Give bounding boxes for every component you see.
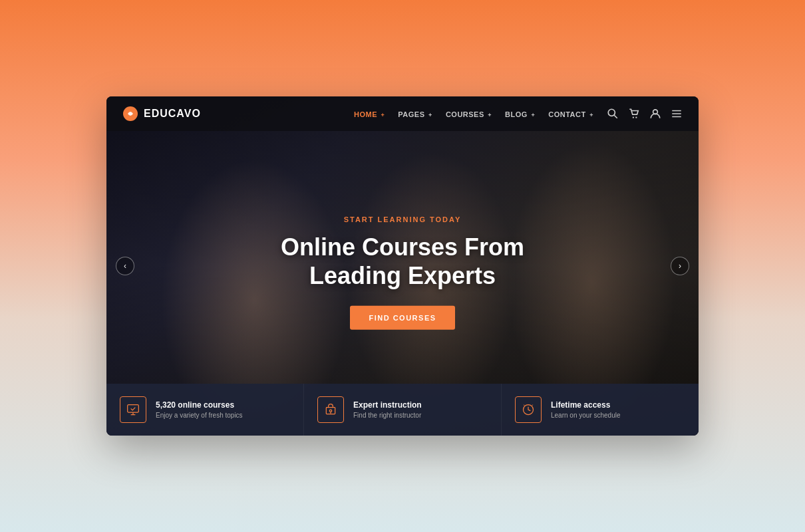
clock-icon xyxy=(515,396,542,423)
svg-rect-9 xyxy=(128,405,139,413)
nav-icons xyxy=(607,108,683,120)
search-icon[interactable] xyxy=(607,108,619,120)
nav-link-blog[interactable]: BLOG + xyxy=(505,110,535,118)
feature-desc-courses: Enjoy a variety of fresh topics xyxy=(156,412,243,419)
svg-point-4 xyxy=(635,117,637,118)
feature-text-access: Lifetime access Learn on your schedule xyxy=(551,400,621,419)
find-courses-button[interactable]: FIND COURSES xyxy=(350,306,454,330)
feature-bar-courses: 5,320 online courses Enjoy a variety of … xyxy=(106,384,304,436)
svg-point-1 xyxy=(608,109,615,116)
menu-icon[interactable] xyxy=(671,108,683,120)
hero-content: START LEARNING TODAY Online Courses From… xyxy=(106,215,699,330)
feature-desc-instruction: Find the right instructor xyxy=(353,412,422,419)
nav-item-home[interactable]: HOME + xyxy=(354,108,385,120)
feature-title-instruction: Expert instruction xyxy=(353,400,422,410)
navbar: EDUCAVO HOME + PAGES + COURSES + BLOG + … xyxy=(106,96,699,131)
feature-bar-instruction: Expert instruction Find the right instru… xyxy=(304,384,502,436)
user-icon[interactable] xyxy=(649,108,661,120)
carousel-arrow-right[interactable]: › xyxy=(671,257,689,275)
nav-item-pages[interactable]: PAGES + xyxy=(398,108,432,120)
feature-title-courses: 5,320 online courses xyxy=(156,400,243,410)
nav-item-courses[interactable]: COURSES + xyxy=(446,108,492,120)
logo[interactable]: EDUCAVO xyxy=(122,106,201,122)
nav-links: HOME + PAGES + COURSES + BLOG + CONTACT … xyxy=(354,108,593,120)
feature-bar-access: Lifetime access Learn on your schedule xyxy=(502,384,699,436)
browser-window: EDUCAVO HOME + PAGES + COURSES + BLOG + … xyxy=(106,96,699,436)
feature-bars: 5,320 online courses Enjoy a variety of … xyxy=(106,384,699,436)
nav-item-contact[interactable]: CONTACT + xyxy=(548,108,593,120)
feature-text-instruction: Expert instruction Find the right instru… xyxy=(353,400,422,419)
graduation-icon xyxy=(317,396,344,423)
nav-link-courses[interactable]: COURSES + xyxy=(446,110,492,118)
nav-link-contact[interactable]: CONTACT + xyxy=(548,110,593,118)
nav-item-blog[interactable]: BLOG + xyxy=(505,108,535,120)
svg-point-13 xyxy=(329,410,331,412)
svg-point-3 xyxy=(633,117,634,118)
nav-link-home[interactable]: HOME + xyxy=(354,110,385,118)
svg-line-2 xyxy=(614,115,617,118)
feature-desc-access: Learn on your schedule xyxy=(551,412,621,419)
feature-text-courses: 5,320 online courses Enjoy a variety of … xyxy=(156,400,243,419)
carousel-arrow-left[interactable]: ‹ xyxy=(116,257,134,275)
cart-icon[interactable] xyxy=(628,108,640,120)
logo-text: EDUCAVO xyxy=(144,108,201,120)
monitor-icon xyxy=(120,396,146,423)
feature-title-access: Lifetime access xyxy=(551,400,621,410)
nav-link-pages[interactable]: PAGES + xyxy=(398,110,432,118)
logo-icon xyxy=(122,106,138,122)
hero-section: EDUCAVO HOME + PAGES + COURSES + BLOG + … xyxy=(106,96,699,436)
hero-title: Online Courses From Leading Experts xyxy=(106,233,699,290)
hero-subtitle: START LEARNING TODAY xyxy=(106,215,699,223)
